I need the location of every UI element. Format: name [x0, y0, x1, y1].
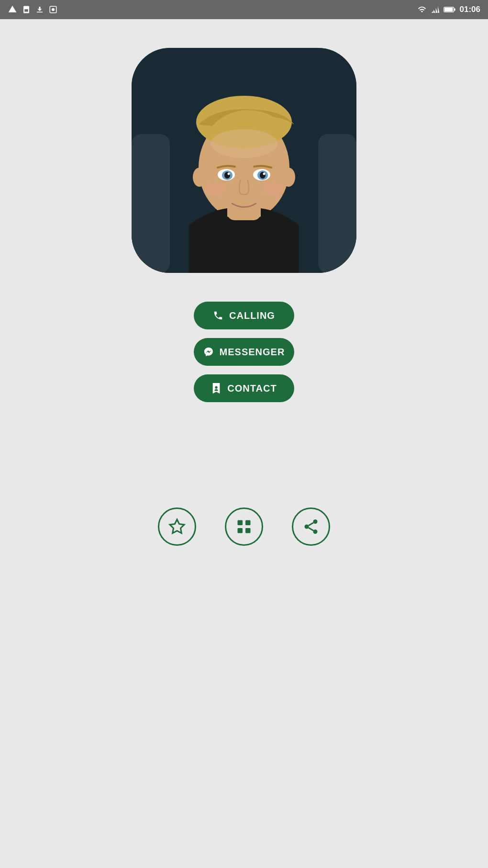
- svg-rect-1: [24, 9, 28, 11]
- profile-photo-container: [132, 48, 356, 273]
- status-bar: 01:06: [0, 0, 488, 19]
- calling-button[interactable]: CALLING: [194, 302, 294, 329]
- svg-point-26: [193, 168, 206, 187]
- download-icon: [35, 5, 44, 14]
- svg-rect-31: [245, 528, 251, 533]
- status-bar-right: 01:06: [417, 5, 480, 14]
- wifi-icon: [417, 5, 427, 14]
- navigation-icon: [8, 5, 17, 14]
- svg-rect-7: [454, 8, 455, 11]
- bottom-icons: [158, 507, 330, 546]
- svg-point-22: [228, 173, 230, 175]
- battery-icon: [444, 6, 456, 13]
- star-icon: [168, 518, 186, 535]
- contact-label: CONTACT: [227, 383, 277, 394]
- contact-icon: [211, 383, 222, 394]
- sim-icon: [22, 5, 31, 14]
- svg-line-36: [309, 523, 313, 526]
- messenger-button[interactable]: MESSENGER: [194, 338, 294, 366]
- grid-icon: [235, 518, 253, 535]
- svg-rect-9: [132, 134, 170, 273]
- svg-rect-2: [37, 12, 43, 13]
- phone-icon: [213, 310, 223, 321]
- svg-point-4: [52, 8, 55, 11]
- svg-rect-29: [245, 520, 251, 526]
- svg-point-33: [305, 525, 309, 529]
- calling-label: CALLING: [229, 310, 275, 321]
- profile-avatar-svg: [132, 48, 356, 273]
- share-icon: [302, 518, 320, 535]
- grid-button[interactable]: [225, 507, 263, 546]
- messenger-label: MESSENGER: [220, 347, 285, 358]
- svg-rect-28: [238, 520, 243, 526]
- messenger-icon: [203, 347, 214, 357]
- svg-point-34: [313, 530, 318, 534]
- svg-point-25: [262, 182, 283, 196]
- screenshot-icon: [49, 5, 57, 14]
- status-time: 01:06: [460, 5, 480, 14]
- share-button[interactable]: [292, 507, 330, 546]
- svg-rect-30: [238, 528, 243, 533]
- status-bar-left: [8, 5, 57, 14]
- svg-point-15: [211, 129, 277, 158]
- profile-photo: [132, 48, 356, 273]
- contact-button[interactable]: CONTACT: [194, 374, 294, 402]
- favorite-button[interactable]: [158, 507, 196, 546]
- buttons-container: CALLING MESSENGER CONTACT: [194, 302, 294, 402]
- svg-rect-10: [318, 134, 356, 273]
- svg-point-23: [263, 173, 266, 175]
- main-content: CALLING MESSENGER CONTACT: [0, 19, 488, 546]
- signal-icon: [431, 5, 440, 14]
- svg-line-35: [309, 528, 313, 530]
- svg-point-32: [313, 519, 318, 524]
- svg-point-24: [205, 182, 226, 196]
- svg-point-27: [282, 168, 295, 187]
- svg-rect-6: [444, 8, 453, 11]
